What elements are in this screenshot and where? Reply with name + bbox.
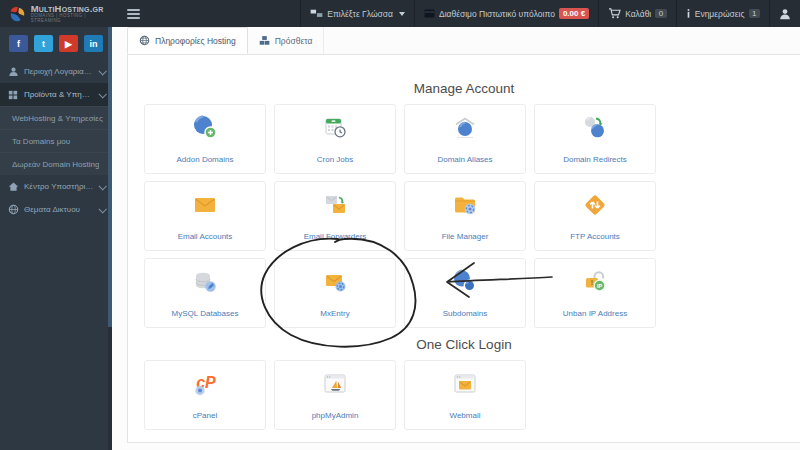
caret-down-icon	[399, 12, 405, 16]
card-domain-redirects[interactable]: Domain Redirects	[534, 104, 656, 174]
brand-swirl-icon	[8, 5, 27, 23]
card-mxentry[interactable]: MxEntry	[274, 258, 396, 328]
mysql-databases-icon	[189, 267, 221, 297]
sidebar-item-label: Περιοχή Λογαριασμού	[24, 67, 94, 76]
svg-text:IP: IP	[597, 283, 603, 289]
language-label: Επιλέξτε Γλώσσα	[327, 9, 393, 19]
sidebar-item-webhosting-services[interactable]: WebHosting & Υπηρεσίες	[0, 106, 112, 129]
email-accounts-icon	[189, 190, 221, 220]
card-file-manager[interactable]: File Manager	[404, 181, 526, 251]
user-profile-icon	[779, 8, 791, 20]
sidebar-item-label: Προϊόντα & Υπηρεσίες	[24, 90, 94, 99]
card-mysql-databases[interactable]: MySQL Databases	[144, 258, 266, 328]
card-label: cPanel	[193, 411, 217, 420]
card-label: Webmail	[450, 411, 481, 420]
cart-button[interactable]: Καλάθι 0	[598, 0, 676, 27]
chevron-down-icon	[98, 67, 106, 75]
cpanel-icon: cP	[187, 369, 223, 399]
card-label: Domain Aliases	[437, 155, 492, 164]
home-icon	[8, 181, 19, 192]
brand-logo[interactable]: MultiHosting.gr Domains | Hosting | Stre…	[0, 0, 112, 27]
language-selector[interactable]: Επιλέξτε Γλώσσα	[300, 0, 414, 27]
card-webmail[interactable]: Webmail	[404, 360, 526, 430]
phpmyadmin-icon	[317, 369, 353, 399]
card-label: Addon Domains	[177, 155, 234, 164]
sidebar-scrollbar-thumb[interactable]	[108, 27, 112, 327]
card-domain-aliases[interactable]: Domain Aliases	[404, 104, 526, 174]
language-flags-icon	[310, 9, 323, 18]
notifications-button[interactable]: Ενημερώσεις 1	[676, 0, 769, 27]
card-cpanel[interactable]: cPcPanel	[144, 360, 266, 430]
card-email-accounts[interactable]: Email Accounts	[144, 181, 266, 251]
card-label: Unban IP Address	[563, 309, 627, 318]
tab-hosting-info[interactable]: Πληροφορίες Hosting	[127, 27, 248, 54]
cart-count-badge: 0	[655, 9, 666, 18]
cart-icon	[608, 8, 621, 19]
sidebar-item-label: WebHosting & Υπηρεσίες	[12, 114, 103, 123]
topbar: MultiHosting.gr Domains | Hosting | Stre…	[0, 0, 800, 27]
card-label: Subdomains	[443, 309, 487, 318]
sidebar-item-network-topics[interactable]: Θεματα Δικτυου	[0, 198, 112, 221]
linkedin-icon[interactable]: in	[84, 35, 103, 52]
sidebar-item-label: Κέντρο Υποστήριξης	[24, 182, 94, 191]
card-label: Cron Jobs	[317, 155, 353, 164]
card-label: FTP Accounts	[570, 232, 620, 241]
card-ftp-accounts[interactable]: FTP Accounts	[534, 181, 656, 251]
card-addon-domains[interactable]: Addon Domains	[144, 104, 266, 174]
mxentry-icon	[319, 267, 351, 297]
sidebar-item-support-center[interactable]: Κέντρο Υποστήριξης	[0, 175, 112, 198]
sidebar-item-products-services[interactable]: Προϊόντα & Υπηρεσίες	[0, 83, 112, 106]
facebook-icon[interactable]: f	[9, 35, 28, 52]
credit-label: Διαθέσιμο Πιστωτικό υπόλοιπο	[439, 9, 555, 19]
sidebar-item-account-area[interactable]: Περιοχή Λογαριασμού	[0, 60, 112, 83]
cron-jobs-icon	[319, 113, 351, 143]
sidebar-item-my-domains[interactable]: Τα Domains μου	[0, 129, 112, 152]
twitter-icon[interactable]: t	[34, 35, 53, 52]
brand-name: MultiHosting.gr	[31, 4, 112, 14]
ftp-accounts-icon	[579, 190, 611, 220]
chevron-down-icon	[98, 205, 106, 213]
card-label: Domain Redirects	[563, 155, 627, 164]
globe-icon	[139, 35, 150, 46]
sidebar-item-label: Δωρεάν Domain Hosting	[12, 160, 99, 169]
card-label: Email Forwarders	[304, 232, 367, 241]
card-grid: Addon DomainsCron JobsDomain AliasesDoma…	[128, 96, 800, 328]
user-icon	[8, 66, 19, 77]
webmail-icon	[447, 369, 483, 399]
network-icon	[8, 204, 19, 215]
card-cron-jobs[interactable]: Cron Jobs	[274, 104, 396, 174]
notifications-label: Ενημερώσεις	[695, 9, 745, 19]
topbar-right: Επιλέξτε Γλώσσα Διαθέσιμο Πιστωτικό υπόλ…	[300, 0, 800, 27]
card-subdomains[interactable]: Subdomains	[404, 258, 526, 328]
hamburger-menu-button[interactable]	[118, 0, 148, 27]
grid-icon	[8, 90, 19, 100]
cart-label: Καλάθι	[625, 9, 651, 19]
social-row: ft▶in	[0, 27, 112, 60]
credit-balance[interactable]: Διαθέσιμο Πιστωτικό υπόλοιπο 0.00 €	[414, 0, 598, 27]
tab-label: Πρόσθετα	[275, 36, 313, 46]
sidebar: ft▶in Περιοχή ΛογαριασμούΠροϊόντα & Υπηρ…	[0, 27, 112, 450]
section-title: One Click Login	[128, 337, 800, 352]
sidebar-item-free-domain-hosting[interactable]: Δωρεάν Domain Hosting	[0, 152, 112, 175]
svg-text:!: !	[591, 279, 593, 286]
youtube-icon[interactable]: ▶	[59, 35, 78, 52]
domain-aliases-icon	[449, 113, 481, 143]
card-label: Email Accounts	[178, 232, 233, 241]
unban-ip-icon: !IP	[579, 267, 611, 297]
card-unban-ip[interactable]: !IPUnban IP Address	[534, 258, 656, 328]
card-grid: cPcPanelphpMyAdminWebmail	[128, 352, 800, 430]
sidebar-nav: Περιοχή ΛογαριασμούΠροϊόντα & ΥπηρεσίεςW…	[0, 60, 112, 221]
section-title: Manage Account	[128, 81, 800, 96]
card-email-forwarders[interactable]: Email Forwarders	[274, 181, 396, 251]
subdomains-icon	[449, 267, 481, 297]
main-content: Πληροφορίες HostingΠρόσθετα Manage Accou…	[112, 27, 800, 450]
card-label: MxEntry	[320, 309, 349, 318]
chevron-down-icon	[98, 90, 106, 98]
card-label: phpMyAdmin	[312, 411, 359, 420]
brand-tagline: Domains | Hosting | Streaming	[31, 14, 112, 23]
domain-redirects-icon	[579, 113, 611, 143]
tab-addons[interactable]: Πρόσθετα	[248, 27, 325, 54]
user-menu-button[interactable]	[769, 0, 800, 27]
addon-domains-icon	[189, 113, 221, 143]
card-phpmyadmin[interactable]: phpMyAdmin	[274, 360, 396, 430]
